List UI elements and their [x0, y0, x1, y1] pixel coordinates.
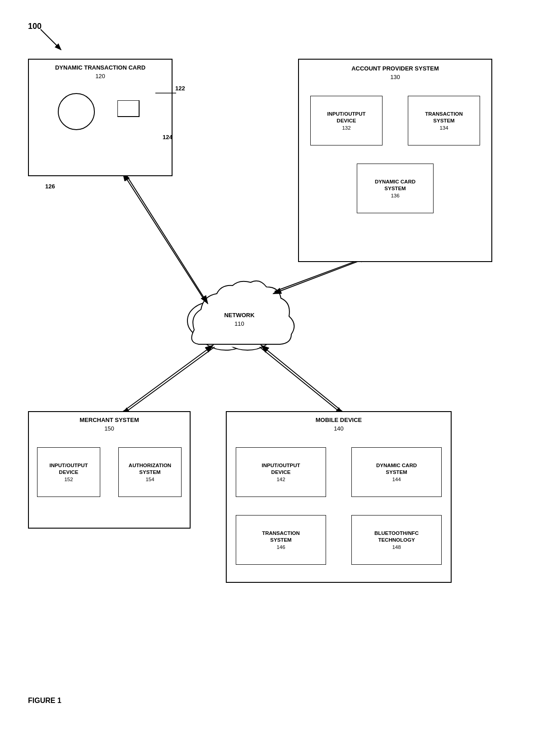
ms-io-num: 152 [64, 477, 73, 482]
ms-auth-num: 154 [145, 477, 154, 482]
md-trans-num: 146 [276, 544, 285, 550]
network-num: 110 [194, 320, 285, 327]
svg-line-15 [261, 345, 344, 413]
md-dcs-title: DYNAMIC CARD SYSTEM [376, 462, 417, 476]
md-bt-title: BLUETOOTH/NFC TECHNOLOGY [374, 530, 419, 544]
md-dcs-box: DYNAMIC CARD SYSTEM 144 [351, 447, 442, 497]
md-title: MOBILE DEVICE [227, 417, 451, 424]
ap-io-device-box: INPUT/OUTPUT DEVICE 132 [310, 96, 383, 145]
md-trans-box: TRANSACTION SYSTEM 146 [236, 515, 326, 565]
md-io-title: INPUT/OUTPUT DEVICE [262, 462, 300, 476]
ap-dcs-title: DYNAMIC CARD SYSTEM [375, 178, 415, 192]
svg-line-12 [122, 347, 215, 415]
md-dcs-num: 144 [392, 477, 401, 482]
mobile-device-box: MOBILE DEVICE 140 INPUT/OUTPUT DEVICE 14… [226, 411, 452, 583]
label-arrow [38, 27, 65, 54]
merchant-system-box: MERCHANT SYSTEM 150 INPUT/OUTPUT DEVICE … [28, 411, 191, 529]
svg-rect-19 [117, 100, 139, 117]
ap-trans-box: TRANSACTION SYSTEM 134 [408, 96, 480, 145]
md-io-num: 142 [276, 477, 285, 482]
dtc-num: 120 [29, 73, 172, 80]
ms-auth-box: AUTHORIZATION SYSTEM 154 [118, 447, 182, 497]
label-126: 126 [45, 183, 55, 190]
md-io-box: INPUT/OUTPUT DEVICE 142 [236, 447, 326, 497]
card-chip-icon [117, 100, 140, 117]
ms-auth-title: AUTHORIZATION SYSTEM [129, 462, 171, 476]
network-label-area: NETWORK 110 [194, 312, 285, 327]
label-124: 124 [163, 134, 173, 141]
svg-line-8 [126, 175, 208, 304]
ms-title: MERCHANT SYSTEM [29, 417, 190, 424]
ap-num: 130 [299, 74, 491, 80]
svg-line-13 [121, 345, 213, 413]
ms-num: 150 [29, 425, 190, 432]
ap-dcs-box: DYNAMIC CARD SYSTEM 136 [357, 164, 434, 213]
dynamic-transaction-card-box: DYNAMIC TRANSACTION CARD 120 [28, 59, 173, 176]
figure-label: FIGURE 1 [28, 697, 61, 705]
md-bt-num: 148 [392, 544, 401, 550]
ms-io-title: INPUT/OUTPUT DEVICE [50, 462, 88, 476]
network-title: NETWORK [194, 312, 285, 319]
ap-io-num: 132 [342, 125, 350, 131]
ap-trans-title: TRANSACTION SYSTEM [425, 111, 463, 124]
ap-title: ACCOUNT PROVIDER SYSTEM [299, 65, 491, 73]
ap-dcs-num: 136 [391, 193, 399, 198]
ap-trans-num: 134 [439, 125, 448, 131]
ap-io-title: INPUT/OUTPUT DEVICE [327, 111, 366, 124]
svg-line-10 [273, 258, 366, 294]
dtc-title: DYNAMIC TRANSACTION CARD [29, 64, 172, 72]
md-trans-title: TRANSACTION SYSTEM [262, 530, 300, 544]
md-bt-box: BLUETOOTH/NFC TECHNOLOGY 148 [351, 515, 442, 565]
ms-io-box: INPUT/OUTPUT DEVICE 152 [37, 447, 100, 497]
svg-point-18 [58, 94, 94, 130]
account-provider-box: ACCOUNT PROVIDER SYSTEM 130 INPUT/OUTPUT… [298, 59, 492, 262]
card-circle-icon [56, 91, 97, 132]
svg-line-16 [41, 29, 61, 50]
svg-line-14 [260, 347, 343, 415]
md-num: 140 [227, 425, 451, 432]
label-122-line [154, 89, 177, 98]
svg-line-9 [123, 173, 205, 302]
diagram-container: 100 DYNAMIC TRANSACTION CARD 120 122 124… [0, 0, 560, 731]
